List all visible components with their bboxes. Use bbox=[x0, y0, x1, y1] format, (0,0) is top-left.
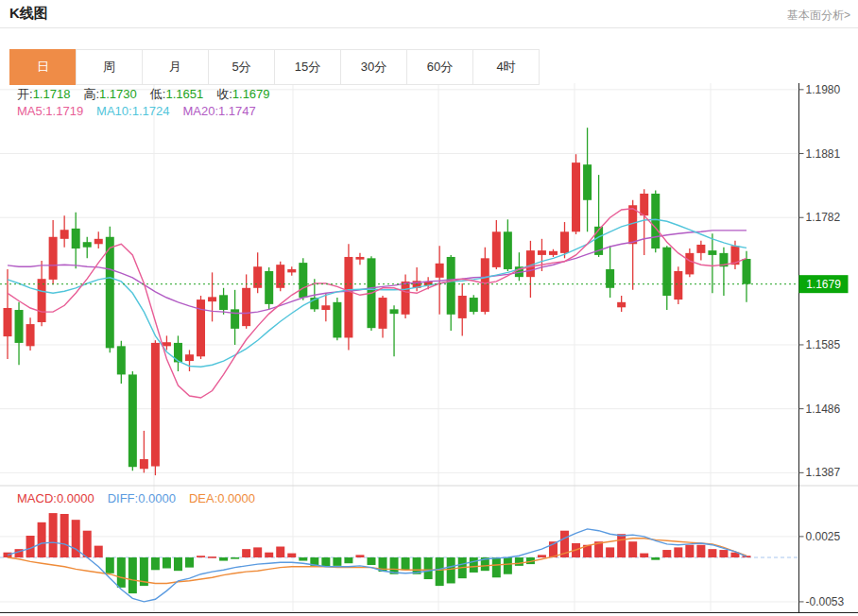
tab-period-4[interactable]: 15分 bbox=[274, 49, 341, 85]
tab-period-6[interactable]: 60分 bbox=[406, 49, 473, 85]
candle-body bbox=[344, 257, 352, 337]
macd-histogram-bar bbox=[163, 557, 171, 569]
candle-body bbox=[299, 263, 307, 298]
candle-body bbox=[674, 271, 682, 299]
candle-body bbox=[743, 259, 751, 284]
candle-body bbox=[379, 298, 387, 329]
macd-histogram-bar bbox=[219, 557, 228, 561]
macd-histogram-bar bbox=[333, 557, 341, 566]
info-pair: 收:1.1679 bbox=[216, 86, 269, 103]
macd-histogram-bar bbox=[185, 557, 194, 568]
tab-period-0[interactable]: 日 bbox=[9, 49, 77, 85]
macd-histogram-bar bbox=[355, 555, 364, 557]
candle-body bbox=[163, 342, 171, 346]
candle-body bbox=[481, 258, 489, 312]
macd-histogram-bar bbox=[38, 522, 46, 557]
candle-body bbox=[549, 251, 558, 255]
candle-body bbox=[651, 194, 660, 248]
y-axis-tick-label: 1.1782 bbox=[806, 211, 841, 224]
fundamental-analysis-link[interactable]: 基本面分析> bbox=[787, 8, 850, 24]
ohlc-info-bar: 开:1.1718高:1.1730低:1.1651收:1.1679 bbox=[17, 86, 283, 103]
info-pair: MA20:1.1747 bbox=[182, 104, 255, 118]
macd-histogram-bar bbox=[628, 541, 637, 557]
info-pair: MA5:1.1719 bbox=[17, 104, 83, 118]
macd-histogram-bar bbox=[719, 550, 728, 557]
period-tab-bar: 日周月5分15分30分60分4时 bbox=[9, 49, 540, 85]
candle-body bbox=[83, 242, 92, 247]
info-pair: 低:1.1651 bbox=[150, 86, 203, 103]
macd-histogram-bar bbox=[174, 557, 182, 571]
macd-histogram-bar bbox=[538, 555, 546, 557]
macd-histogram-bar bbox=[49, 513, 58, 557]
candle-body bbox=[38, 279, 46, 322]
macd-histogram-bar bbox=[367, 557, 375, 565]
candle-body bbox=[355, 257, 364, 260]
candle-body bbox=[15, 310, 24, 343]
macd-histogram-bar bbox=[651, 557, 660, 560]
candle-body bbox=[538, 250, 546, 255]
macd-histogram-bar bbox=[287, 554, 296, 557]
header: K线图 基本面分析> bbox=[0, 0, 858, 28]
macd-histogram-bar bbox=[674, 547, 682, 557]
macd-histogram-bar bbox=[515, 557, 523, 566]
macd-histogram-bar bbox=[197, 556, 205, 557]
macd-histogram-bar bbox=[708, 549, 716, 557]
candle-body bbox=[504, 231, 512, 269]
macd-histogram-bar bbox=[617, 534, 626, 557]
macd-histogram-bar bbox=[299, 557, 307, 561]
macd-histogram-bar bbox=[60, 514, 69, 557]
info-pair: MA10:1.1724 bbox=[96, 104, 169, 118]
macd-histogram-bar bbox=[447, 557, 455, 583]
macd-histogram-bar bbox=[117, 557, 126, 588]
candle-body bbox=[617, 302, 626, 307]
candle-body bbox=[436, 264, 444, 278]
y-axis-tick-label: 1.1980 bbox=[806, 83, 841, 96]
candle-body bbox=[4, 308, 12, 336]
candle-body bbox=[606, 269, 614, 288]
y-axis-tick-label: -0.0053 bbox=[806, 595, 845, 608]
tab-period-7[interactable]: 4时 bbox=[472, 49, 540, 85]
candle-body bbox=[696, 245, 705, 253]
kline-page: 1.19801.18811.17821.15851.14861.13870.00… bbox=[0, 0, 858, 616]
macd-histogram-bar bbox=[436, 557, 444, 586]
macd-histogram-bar bbox=[265, 553, 273, 557]
macd-info-bar: MACD:0.0000DIFF:0.0000DEA:0.0000 bbox=[17, 491, 268, 505]
candle-body bbox=[185, 354, 194, 361]
candle-body bbox=[390, 309, 399, 314]
tab-period-2[interactable]: 月 bbox=[142, 49, 209, 85]
info-pair: MACD:0.0000 bbox=[17, 491, 94, 505]
macd-histogram-bar bbox=[83, 531, 92, 557]
candle-body bbox=[60, 230, 69, 239]
info-pair: DEA:0.0000 bbox=[189, 491, 255, 505]
macd-histogram-bar bbox=[662, 550, 671, 557]
y-axis-tick-label: 1.1881 bbox=[806, 147, 841, 161]
macd-histogram-bar bbox=[276, 547, 284, 558]
candle-body bbox=[26, 324, 35, 346]
macd-histogram-bar bbox=[321, 557, 330, 567]
candle-body bbox=[583, 164, 592, 200]
candle-body bbox=[708, 250, 716, 255]
candle-body bbox=[333, 302, 341, 338]
tab-period-1[interactable]: 周 bbox=[76, 49, 143, 85]
candle-body bbox=[94, 239, 103, 244]
y-axis-tick-label: 0.0025 bbox=[806, 530, 841, 543]
macd-histogram-bar bbox=[94, 546, 103, 557]
candle-body bbox=[265, 271, 273, 304]
y-axis-tick-label: 1.1585 bbox=[806, 338, 841, 351]
macd-histogram-bar bbox=[685, 545, 694, 557]
macd-histogram-bar bbox=[231, 557, 239, 559]
candle-body bbox=[49, 237, 58, 280]
candle-body bbox=[242, 288, 250, 326]
candle-body bbox=[492, 231, 501, 267]
tab-period-5[interactable]: 30分 bbox=[340, 49, 407, 85]
candle-body bbox=[140, 459, 148, 469]
info-pair: 开:1.1718 bbox=[17, 86, 70, 103]
info-pair: 高:1.1730 bbox=[83, 86, 136, 103]
macd-histogram-bar bbox=[242, 549, 250, 557]
candle-body bbox=[560, 231, 569, 253]
tab-period-3[interactable]: 5分 bbox=[208, 49, 275, 85]
info-pair: DIFF:0.0000 bbox=[108, 491, 176, 505]
candle-body bbox=[662, 248, 671, 296]
candle-body bbox=[321, 305, 330, 310]
candle-body bbox=[447, 257, 455, 315]
